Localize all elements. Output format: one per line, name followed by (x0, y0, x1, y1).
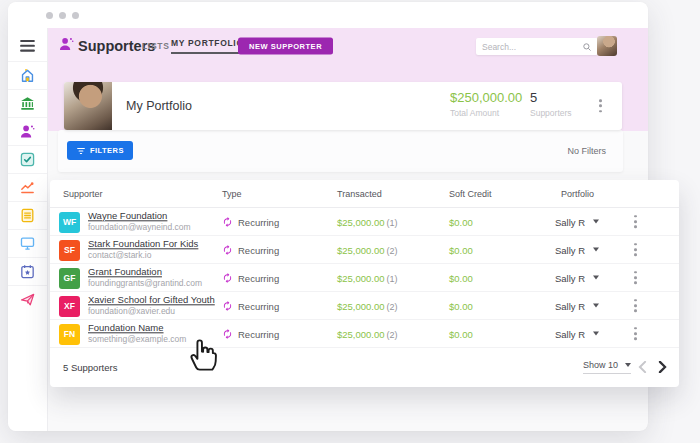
total-amount-label: Total Amount (450, 108, 522, 118)
column-header-transacted: Transacted (337, 189, 382, 199)
window-control-dot[interactable] (59, 12, 66, 19)
type-label: Recurring (238, 300, 279, 311)
type-cell: Recurring (222, 300, 279, 311)
chevron-down-icon (593, 332, 599, 336)
transacted-cell: $25,000.00(1) (337, 216, 398, 227)
transacted-cell: $25,000.00(2) (337, 244, 398, 255)
tab-my-portfolio[interactable]: MY PORTFOLIO (171, 38, 244, 54)
chevron-down-icon (593, 304, 599, 308)
document-icon (19, 207, 36, 224)
transacted-cell: $25,000.00(2) (337, 328, 398, 339)
supporter-name-link[interactable]: Foundation Name (88, 322, 186, 334)
filters-button-label: FILTERS (90, 146, 124, 155)
row-menu-kebab[interactable] (631, 324, 640, 343)
new-supporter-button[interactable]: NEW SUPPORTER (238, 38, 333, 55)
window-control-dot[interactable] (46, 12, 53, 19)
filter-icon (76, 146, 86, 156)
supporter-name-link[interactable]: Xavier School for Gifted Youth (88, 294, 215, 306)
user-avatar[interactable] (597, 36, 617, 56)
sidebar-item-tasks[interactable] (8, 145, 47, 173)
row-menu-kebab[interactable] (631, 212, 640, 231)
recurring-icon (222, 216, 233, 227)
recurring-icon (222, 328, 233, 339)
transacted-value: $25,000.00 (337, 300, 385, 311)
pagination-next-button[interactable] (658, 361, 667, 373)
trend-chart-icon (19, 179, 36, 196)
portfolio-assignee-dropdown[interactable]: Sally R (555, 300, 599, 311)
chevron-down-icon (625, 363, 631, 367)
row-avatar: SF (59, 240, 80, 261)
transacted-count: (2) (387, 301, 398, 311)
row-avatar: FN (59, 324, 80, 345)
row-menu-kebab[interactable] (631, 268, 640, 287)
recurring-icon (222, 244, 233, 255)
total-amount-metric: $250,000.00 Total Amount (450, 90, 522, 118)
supporters-count-metric: 5 Supporters (530, 90, 572, 118)
calendar-star-icon (19, 263, 36, 280)
sidebar-item-analytics[interactable] (8, 173, 47, 201)
sidebar-item-website[interactable] (8, 229, 47, 257)
column-header-portfolio: Portfolio (561, 189, 594, 199)
recurring-icon (222, 272, 233, 283)
sidebar-item-forms[interactable] (8, 201, 47, 229)
sidebar-item-events[interactable] (8, 257, 47, 285)
type-label: Recurring (238, 272, 279, 283)
supporter-email: something@example.com (88, 334, 186, 345)
sidebar-item-supporters[interactable] (8, 117, 47, 145)
row-menu-kebab[interactable] (631, 296, 640, 315)
portfolio-title: My Portfolio (126, 99, 192, 113)
show-per-page-dropdown[interactable]: Show 10 (583, 360, 631, 374)
sidebar-item-home[interactable] (8, 61, 47, 89)
sidebar-item-bank[interactable] (8, 89, 47, 117)
supporter-email: foundation@wayneind.com (88, 222, 191, 233)
chevron-down-icon (593, 220, 599, 224)
window-controls (46, 12, 79, 19)
assignee-name: Sally R (555, 244, 585, 255)
portfolio-assignee-dropdown[interactable]: Sally R (555, 244, 599, 255)
portfolio-assignee-dropdown[interactable]: Sally R (555, 216, 599, 227)
column-header-supporter: Supporter (63, 189, 103, 199)
hamburger-menu-button[interactable] (8, 31, 47, 61)
supporter-name-link[interactable]: Wayne Foundation (88, 210, 191, 222)
table-row: GF Grant Foundation foundinggrants@grant… (50, 264, 679, 292)
transacted-count: (2) (387, 245, 398, 255)
table-row: WF Wayne Foundation foundation@wayneind.… (50, 208, 679, 236)
recurring-icon (222, 300, 233, 311)
chevron-down-icon (593, 248, 599, 252)
assignee-name: Sally R (555, 216, 585, 227)
type-cell: Recurring (222, 216, 279, 227)
portfolio-photo (64, 82, 112, 130)
window-titlebar (8, 2, 648, 28)
monitor-icon (19, 235, 36, 252)
supporter-name-link[interactable]: Stark Foundation For Kids (88, 238, 198, 250)
pagination-prev-button[interactable] (638, 361, 647, 373)
transacted-value: $25,000.00 (337, 244, 385, 255)
portfolio-menu-kebab[interactable] (596, 96, 605, 115)
type-label: Recurring (238, 328, 279, 339)
portfolio-assignee-dropdown[interactable]: Sally R (555, 272, 599, 283)
sidebar-item-campaigns[interactable] (8, 285, 47, 313)
transacted-value: $25,000.00 (337, 272, 385, 283)
portfolio-assignee-dropdown[interactable]: Sally R (555, 328, 599, 339)
supporter-cell: Stark Foundation For Kids contact@stark.… (88, 238, 198, 261)
paper-plane-icon (19, 291, 36, 308)
row-avatar: GF (59, 268, 80, 289)
assignee-name: Sally R (555, 300, 585, 311)
column-header-soft-credit: Soft Credit (449, 189, 492, 199)
transacted-count: (2) (387, 329, 398, 339)
tab-lists[interactable]: LISTS (142, 41, 170, 51)
transacted-value: $25,000.00 (337, 328, 385, 339)
supporter-name-link[interactable]: Grant Foundation (88, 266, 202, 278)
supporters-count-value: 5 (530, 90, 572, 105)
pagination-summary: 5 Supporters (63, 362, 117, 373)
sidebar (8, 28, 48, 431)
table-footer: 5 Supporters Show 10 (50, 348, 679, 386)
table-row: SF Stark Foundation For Kids contact@sta… (50, 236, 679, 264)
search-input[interactable] (482, 42, 582, 52)
window-control-dot[interactable] (72, 12, 79, 19)
row-menu-kebab[interactable] (631, 240, 640, 259)
type-cell: Recurring (222, 272, 279, 283)
filters-button[interactable]: FILTERS (67, 141, 133, 160)
transacted-count: (1) (387, 217, 398, 227)
soft-credit-value: $0.00 (449, 244, 473, 255)
